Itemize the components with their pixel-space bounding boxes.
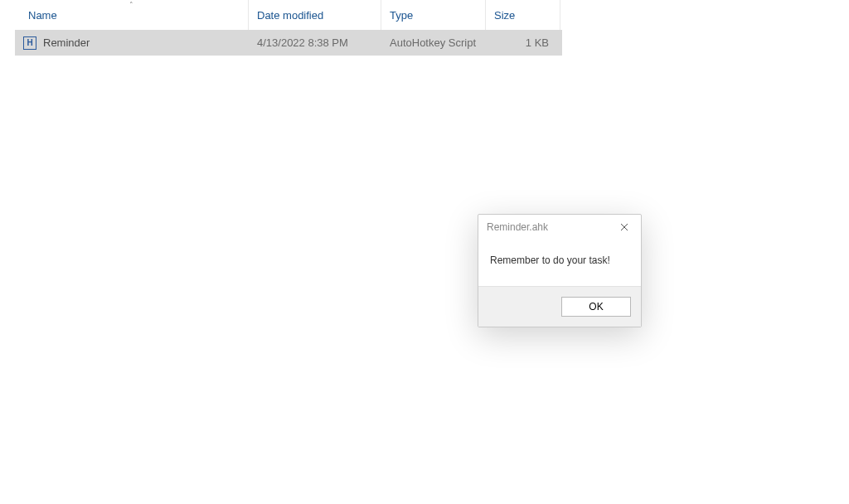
file-date-cell: 4/13/2022 8:38 PM bbox=[249, 36, 381, 49]
column-label: Type bbox=[390, 9, 413, 22]
dialog-footer: OK bbox=[478, 286, 641, 327]
file-list-view: Name ˄ Date modified Type Size H Reminde… bbox=[15, 0, 562, 56]
file-size-cell: 1 KB bbox=[486, 36, 560, 49]
column-header-type[interactable]: Type bbox=[381, 0, 486, 30]
dialog-title: Reminder.ahk bbox=[487, 221, 548, 233]
file-name-text: Reminder bbox=[43, 36, 90, 49]
column-label: Size bbox=[494, 9, 515, 22]
autohotkey-file-icon: H bbox=[23, 36, 36, 50]
message-dialog: Reminder.ahk Remember to do your task! O… bbox=[478, 214, 642, 327]
column-header-name[interactable]: Name ˄ bbox=[15, 0, 249, 30]
file-type-cell: AutoHotkey Script bbox=[381, 36, 486, 49]
column-label: Date modified bbox=[257, 9, 323, 22]
file-row[interactable]: H Reminder 4/13/2022 8:38 PM AutoHotkey … bbox=[15, 30, 562, 56]
column-header-row: Name ˄ Date modified Type Size bbox=[15, 0, 562, 30]
dialog-message: Remember to do your task! bbox=[478, 240, 641, 286]
column-header-size[interactable]: Size bbox=[486, 0, 560, 30]
sort-ascending-icon: ˄ bbox=[129, 1, 133, 9]
column-label: Name bbox=[28, 9, 57, 22]
close-button[interactable] bbox=[609, 216, 639, 239]
ok-button[interactable]: OK bbox=[561, 297, 631, 317]
column-header-date[interactable]: Date modified bbox=[249, 0, 381, 30]
dialog-titlebar[interactable]: Reminder.ahk bbox=[478, 215, 641, 240]
file-name-cell: H Reminder bbox=[15, 36, 249, 50]
close-icon bbox=[620, 223, 628, 231]
